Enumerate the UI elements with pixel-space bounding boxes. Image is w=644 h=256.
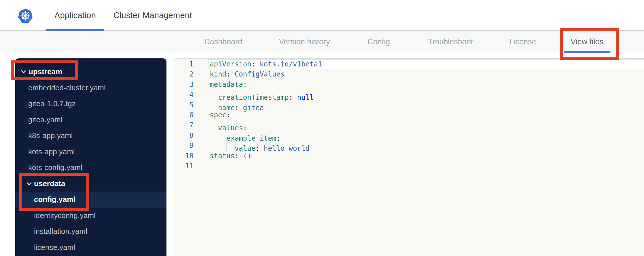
gutter-spacer bbox=[194, 59, 209, 69]
active-tab-underline bbox=[564, 51, 610, 53]
file-label: config.yaml bbox=[34, 195, 75, 204]
code-line-10[interactable]: 10status: {} bbox=[174, 151, 644, 161]
subnav-tab-label: View files bbox=[571, 37, 603, 46]
code-line-1[interactable]: 1apiVersion: kots.io/v1beta1 bbox=[174, 59, 644, 69]
tree-item-license-yaml[interactable]: license.yaml bbox=[15, 240, 166, 256]
subnav-tab-label: Version history bbox=[279, 37, 330, 46]
tree-item-gitea-yaml[interactable]: gitea.yaml bbox=[15, 112, 166, 128]
kubernetes-logo-icon bbox=[18, 8, 33, 24]
code-line-6[interactable]: 6spec: bbox=[174, 110, 644, 120]
code-line-3[interactable]: 3metadata: bbox=[174, 80, 644, 90]
code-text: kind: ConfigValues bbox=[209, 69, 644, 79]
subnav-tab-view-files[interactable]: View files bbox=[564, 31, 610, 52]
gutter-spacer bbox=[194, 161, 209, 171]
subnav-tab-license[interactable]: License bbox=[503, 31, 542, 52]
tree-item-kots-config-yaml[interactable]: kots-config.yaml bbox=[15, 160, 166, 176]
indent-guide bbox=[210, 90, 218, 100]
indent-guide bbox=[210, 131, 218, 141]
token-punc: : bbox=[226, 111, 230, 119]
code-text: metadata: bbox=[209, 80, 644, 90]
gutter-spacer bbox=[194, 110, 209, 120]
file-label: kots-app.yaml bbox=[28, 147, 75, 156]
code-line-8[interactable]: 8example_item: bbox=[174, 131, 644, 141]
tree-item-embedded-cluster-yaml[interactable]: embedded-cluster.yaml bbox=[15, 80, 166, 96]
tree-item-config-yaml[interactable]: config.yaml bbox=[15, 192, 166, 208]
subnav-tab-label: Config bbox=[368, 37, 390, 46]
token-key: metadata bbox=[210, 81, 243, 89]
tree-item-kots-app-yaml[interactable]: kots-app.yaml bbox=[15, 144, 166, 160]
line-number: 4 bbox=[174, 90, 194, 100]
token-key: kind bbox=[210, 70, 226, 78]
token-kw: {} bbox=[243, 152, 251, 160]
code-text: status: {} bbox=[209, 151, 644, 161]
chevron-down-icon bbox=[26, 182, 32, 185]
code-text: name: gitea bbox=[209, 100, 644, 110]
file-label: identityconfig.yaml bbox=[34, 211, 96, 220]
code-line-11[interactable]: 11 bbox=[174, 161, 644, 171]
tree-item-identityconfig-yaml[interactable]: identityconfig.yaml bbox=[15, 208, 166, 224]
chevron-down-icon bbox=[21, 70, 26, 73]
active-tab-underline bbox=[46, 29, 104, 31]
subnav-tab-version-history[interactable]: Version history bbox=[272, 31, 336, 52]
token-punc: : bbox=[235, 152, 243, 160]
tree-item-userdata[interactable]: userdata bbox=[15, 176, 166, 192]
line-number: 7 bbox=[174, 120, 194, 130]
indent-guide bbox=[210, 100, 218, 110]
subnav-tab-label: Dashboard bbox=[204, 37, 242, 46]
indent-guide bbox=[210, 120, 218, 130]
gutter-spacer bbox=[194, 120, 209, 130]
code-text: example_item: bbox=[209, 131, 644, 141]
gutter-spacer bbox=[194, 141, 209, 151]
subnav-tab-label: Troubleshoot bbox=[428, 37, 473, 46]
file-label: installation.yaml bbox=[34, 227, 87, 236]
token-punc: : bbox=[251, 60, 260, 68]
line-number: 3 bbox=[174, 80, 194, 90]
gutter-spacer bbox=[194, 131, 209, 141]
token-key: spec bbox=[210, 111, 226, 119]
indent-guide bbox=[218, 141, 226, 151]
file-label: kots-config.yaml bbox=[28, 163, 82, 172]
header-tab-cluster-management[interactable]: Cluster Management bbox=[105, 0, 200, 31]
subnav-tab-config[interactable]: Config bbox=[361, 31, 396, 52]
tree-item-upstream[interactable]: upstream bbox=[15, 64, 166, 80]
tree-item-installation-yaml[interactable]: installation.yaml bbox=[15, 223, 166, 240]
header-tab-label: Cluster Management bbox=[113, 11, 192, 20]
indent-guide bbox=[226, 141, 235, 151]
code-line-9[interactable]: 9value: hello world bbox=[174, 141, 644, 151]
line-number: 8 bbox=[174, 131, 194, 141]
code-text: apiVersion: kots.io/v1beta1 bbox=[209, 59, 644, 69]
line-number: 2 bbox=[174, 69, 194, 79]
subnav-tab-dashboard[interactable]: Dashboard bbox=[198, 31, 249, 52]
token-punc: : bbox=[226, 70, 235, 78]
token-punc: : bbox=[243, 81, 247, 89]
code-line-2[interactable]: 2kind: ConfigValues bbox=[174, 69, 644, 79]
token-key: status bbox=[210, 152, 235, 160]
gutter-spacer bbox=[194, 100, 209, 110]
token-str: kots.io/v1beta1 bbox=[260, 60, 322, 68]
header-tab-application[interactable]: Application bbox=[46, 0, 104, 31]
indent-guide bbox=[218, 131, 226, 141]
header-tab-label: Application bbox=[54, 11, 96, 20]
folder-label: upstream bbox=[29, 67, 62, 76]
code-line-7[interactable]: 7values: bbox=[174, 120, 644, 130]
code-line-4[interactable]: 4creationTimestamp: null bbox=[174, 90, 644, 100]
line-number: 6 bbox=[174, 110, 194, 120]
code-text: creationTimestamp: null bbox=[209, 90, 644, 100]
subnav-tab-troubleshoot[interactable]: Troubleshoot bbox=[422, 31, 480, 52]
gutter-spacer bbox=[194, 69, 209, 79]
file-tree-panel: upstreamembedded-cluster.yamlgitea-1.0.7… bbox=[15, 58, 166, 256]
subnav-tab-label: License bbox=[509, 37, 536, 46]
line-number: 9 bbox=[174, 141, 194, 151]
line-number: 10 bbox=[174, 151, 194, 161]
code-text: value: hello world bbox=[209, 141, 644, 151]
code-line-5[interactable]: 5name: gitea bbox=[174, 100, 644, 110]
file-label: k8s-app.yaml bbox=[28, 131, 73, 140]
tree-item-k8s-app-yaml[interactable]: k8s-app.yaml bbox=[15, 128, 166, 144]
line-number: 1 bbox=[174, 59, 194, 69]
kots-admin-console: ApplicationCluster Management DashboardV… bbox=[0, 0, 644, 256]
tree-item-gitea-1-0-7-tgz[interactable]: gitea-1.0.7.tgz bbox=[15, 96, 166, 112]
top-header: ApplicationCluster Management bbox=[0, 0, 644, 31]
app-subnav: DashboardVersion historyConfigTroublesho… bbox=[0, 31, 644, 52]
yaml-file-viewer[interactable]: 1apiVersion: kots.io/v1beta12kind: Confi… bbox=[174, 58, 644, 256]
line-number: 5 bbox=[174, 100, 194, 110]
